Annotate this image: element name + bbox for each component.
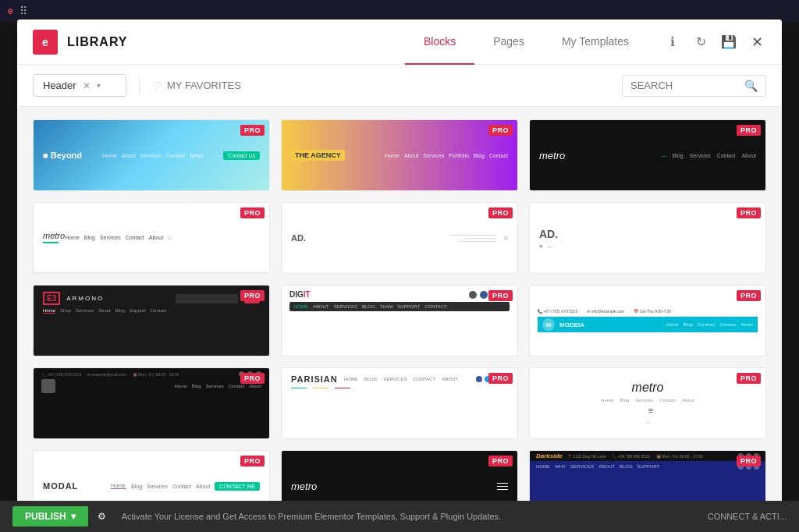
preview-teal-bar: M MODEIA Home Blog Services Contact Abo xyxy=(538,317,758,332)
library-modal: e LIBRARY Blocks Pages My Templates ℹ ↻ … xyxy=(17,20,782,503)
elementor-logo: e xyxy=(8,5,13,16)
search-icon: ⌕ xyxy=(168,233,172,241)
template-card-ad2[interactable]: PRO AD. ■ — xyxy=(529,202,766,274)
nav-item: News xyxy=(190,153,204,158)
nav-item: BLOG xyxy=(620,464,633,470)
templates-grid: PRO ■ Beyond Home About Services Contact… xyxy=(33,119,766,503)
brand-accent: IT xyxy=(304,290,311,299)
preview-brand: AD. xyxy=(291,233,306,243)
info-item: ⏰ Mon - Fri: 09:00 - 17:00 xyxy=(656,454,703,459)
nav-item: SERVICES xyxy=(570,464,594,470)
nav-item: Blog xyxy=(620,398,629,403)
search-input[interactable] xyxy=(630,80,740,91)
nav-item: SERVICES xyxy=(334,304,357,309)
preview-brand: ARMONO xyxy=(66,295,104,302)
nav-item: Blog xyxy=(673,153,684,158)
icon-dot xyxy=(480,291,488,299)
preview-nav: Home About Services Contact News xyxy=(102,153,203,158)
publish-arrow-icon: ▾ xyxy=(71,511,76,522)
template-card-dark-header2[interactable]: PRO 📞 +67 (765) 678 5316 ✉ example@mail.… xyxy=(33,367,270,439)
preview-brand: Darkside xyxy=(536,452,563,459)
save-button[interactable]: 💾 xyxy=(719,33,738,51)
pro-badge: PRO xyxy=(737,125,761,136)
nav-item: Services xyxy=(76,308,94,314)
preview-phone: 📞 +67 (765) 678 5316 xyxy=(538,309,577,314)
nav-item: TEAM xyxy=(380,304,393,309)
nav-item: Blog xyxy=(684,322,693,327)
refresh-button[interactable]: ↻ xyxy=(691,33,710,51)
template-preview-metro-dark: PRO metro — Blog Services Contact About xyxy=(530,120,765,190)
template-card-metro-dark2[interactable]: PRO metro xyxy=(281,450,518,503)
template-card-metro-dark[interactable]: PRO metro — Blog Services Contact About xyxy=(529,119,766,191)
template-card-modeia[interactable]: PRO 📞 +67 (765) 678 5316 ✉ info@example.… xyxy=(529,285,766,356)
template-preview-dark-header2: PRO 📞 +67 (765) 678 5316 ✉ example@mail.… xyxy=(34,368,269,438)
tab-blocks[interactable]: Blocks xyxy=(405,20,474,65)
nav-item: CONTACT xyxy=(414,377,436,381)
template-card-armono[interactable]: PRO E3 ARMONO Home Shop Serv xyxy=(33,285,270,356)
info-button[interactable]: ℹ xyxy=(663,33,682,51)
preview-logo: ■ Beyond xyxy=(43,151,82,160)
preview-logo: metro xyxy=(539,150,565,161)
modal-header-actions: ℹ ↻ 💾 ✕ xyxy=(663,33,766,51)
nav-item: Services xyxy=(140,153,162,158)
template-preview-modal-header: PRO MODAL Home Blog Services Contact xyxy=(34,451,269,503)
accent-line xyxy=(111,488,126,489)
template-card-parisian[interactable]: PRO PARISIAN HOME BLOG SERVICES CONTACT … xyxy=(281,367,518,439)
settings-icon[interactable]: ⚙ xyxy=(98,511,106,522)
pro-badge: PRO xyxy=(488,207,513,218)
publish-button[interactable]: PUBLISH ▾ xyxy=(12,506,88,527)
modal-tabs: Blocks Pages My Templates xyxy=(405,20,648,64)
preview-top-row: E3 ARMONO xyxy=(43,292,260,305)
line xyxy=(465,238,496,239)
preview-lines xyxy=(449,235,496,242)
nav-item: Home xyxy=(175,384,187,388)
search-icon-sm: ⌕ xyxy=(646,418,650,426)
template-card-digit[interactable]: PRO DIGIT xyxy=(281,285,518,356)
close-button[interactable]: ✕ xyxy=(748,33,766,51)
connect-activate-button[interactable]: CONNECT & ACTI... xyxy=(708,512,787,521)
template-card-ad[interactable]: PRO AD. ≡ xyxy=(281,202,518,274)
preview-brand: MODEIA xyxy=(559,321,584,328)
preview-logo-block: metro xyxy=(43,231,65,243)
template-preview-armono: PRO E3 ARMONO Home Shop Serv xyxy=(34,286,269,356)
template-card-metro-light[interactable]: PRO metro Home Blog Services Contact xyxy=(33,202,270,274)
preview-content: metro Home Blog Services Contact About ⌕ xyxy=(34,203,269,273)
nav-item: WHY xyxy=(555,464,566,470)
pro-badge: PRO xyxy=(488,290,513,301)
preview-content: 📞 +67 (765) 678 5316 ✉ info@example.com … xyxy=(530,286,765,356)
preview-logo: metro xyxy=(43,231,65,240)
preview-nav: Home Blog Services Contact About xyxy=(666,322,753,327)
nav-item: Services xyxy=(147,484,168,489)
nav-item: Contact xyxy=(489,153,508,158)
preview-date: 📅 Sat-Thu 9:00-7:00 xyxy=(634,309,671,314)
preview-logo-area: M MODEIA xyxy=(542,318,584,331)
modal-overlay: e LIBRARY Blocks Pages My Templates ℹ ↻ … xyxy=(0,22,799,501)
nav-item: About xyxy=(249,384,261,388)
nav-with-underline: Home xyxy=(111,483,126,489)
template-card-darkside[interactable]: PRO Darkside 📍 1123 Deg Hill Lane 📞 +54 … xyxy=(529,450,766,503)
icon-dot xyxy=(469,291,477,299)
template-card-yellow[interactable]: PRO THE AGENCY Home About Services Portf… xyxy=(281,119,518,191)
favorites-label: MY FAVORITES xyxy=(167,80,241,91)
nav-item: Services xyxy=(698,322,716,327)
template-card-modal-header[interactable]: PRO MODAL Home Blog Services Contact xyxy=(33,450,270,503)
nav-item: Home xyxy=(102,153,117,158)
nav-item: Home xyxy=(601,398,613,403)
preview-nav: Home Blog Services Contact About xyxy=(601,398,694,403)
tab-my-templates[interactable]: My Templates xyxy=(543,20,648,65)
preview-content: PARISIAN HOME BLOG SERVICES CONTACT ABOU… xyxy=(282,368,517,438)
templates-content[interactable]: PRO ■ Beyond Home About Services Contact… xyxy=(17,107,782,503)
tab-pages[interactable]: Pages xyxy=(474,20,543,65)
nav-item: ■ xyxy=(539,243,542,249)
category-filter[interactable]: Header ✕ ▾ xyxy=(33,74,126,97)
template-card-metro-light2[interactable]: PRO metro Home Blog Services Contact Abo… xyxy=(529,367,766,439)
clear-filter-button[interactable]: ✕ xyxy=(83,80,91,91)
preview-content: Darkside 📍 1123 Deg Hill Lane 📞 +54 785 … xyxy=(530,451,765,503)
template-card-beyond[interactable]: PRO ■ Beyond Home About Services Contact… xyxy=(33,119,270,191)
activate-text: Activate Your License and Get Access to … xyxy=(122,512,502,521)
favorites-button[interactable]: ♡ MY FAVORITES xyxy=(152,80,241,92)
nav-item: Blog xyxy=(131,484,142,489)
social-dot xyxy=(476,376,482,382)
preview-top-row: DIGIT xyxy=(289,290,510,299)
ham-line xyxy=(497,483,508,484)
